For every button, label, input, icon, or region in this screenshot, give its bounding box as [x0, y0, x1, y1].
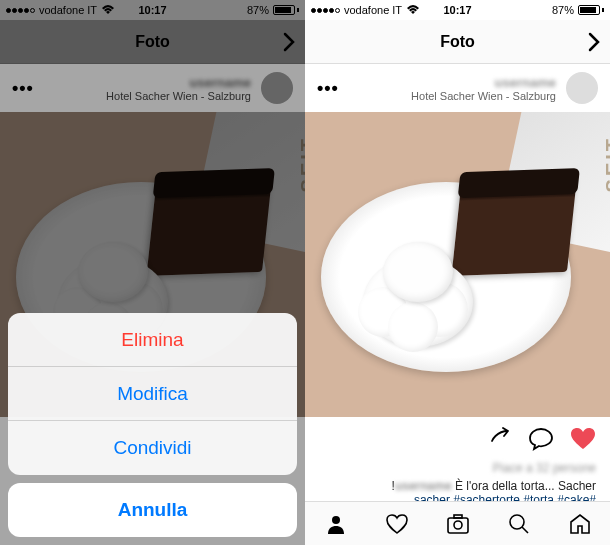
search-icon[interactable]	[507, 512, 531, 536]
edit-button[interactable]: Modifica	[8, 367, 297, 421]
cancel-button[interactable]: Annulla	[8, 483, 297, 537]
forward-icon[interactable]	[588, 32, 600, 52]
caption-username[interactable]: username	[395, 479, 452, 493]
page-title: Foto	[440, 33, 475, 51]
share-button[interactable]: Condividi	[8, 421, 297, 475]
action-sheet: Elimina Modifica Condividi Annulla	[8, 313, 297, 537]
more-icon[interactable]: •••	[317, 78, 339, 99]
post-header: username Hotel Sacher Wien - Salzburg ••…	[305, 64, 610, 112]
post-image[interactable]: SEIT	[305, 112, 610, 417]
avatar[interactable]	[566, 72, 598, 104]
carrier-label: vodafone IT	[344, 4, 402, 16]
napkin-text: SEIT	[602, 136, 610, 192]
camera-icon[interactable]	[446, 512, 470, 536]
profile-icon[interactable]	[324, 512, 348, 536]
status-bar: vodafone IT 10:17 87%	[305, 0, 610, 20]
signal-icon	[311, 8, 340, 13]
battery-icon	[578, 5, 604, 15]
nav-bar: Foto	[305, 20, 610, 64]
comment-icon[interactable]	[528, 427, 554, 451]
battery-pct: 87%	[552, 4, 574, 16]
clock: 10:17	[443, 4, 471, 16]
svg-point-5	[332, 516, 340, 524]
tab-bar	[305, 501, 610, 545]
wifi-icon	[406, 5, 420, 15]
svg-line-1	[522, 527, 528, 533]
action-sheet-overlay[interactable]: Elimina Modifica Condividi Annulla	[0, 0, 305, 545]
like-icon[interactable]	[570, 427, 596, 451]
action-bar	[305, 417, 610, 461]
activity-icon[interactable]	[385, 512, 409, 536]
likes-line[interactable]: Piace a 32 persone	[319, 461, 596, 475]
svg-rect-4	[454, 515, 462, 518]
svg-point-0	[510, 515, 524, 529]
delete-button[interactable]: Elimina	[8, 313, 297, 367]
home-icon[interactable]	[568, 512, 592, 536]
svg-point-3	[454, 521, 462, 529]
share-icon[interactable]	[486, 427, 512, 451]
post-username[interactable]: username	[349, 75, 556, 90]
post-location[interactable]: Hotel Sacher Wien - Salzburg	[349, 90, 556, 102]
